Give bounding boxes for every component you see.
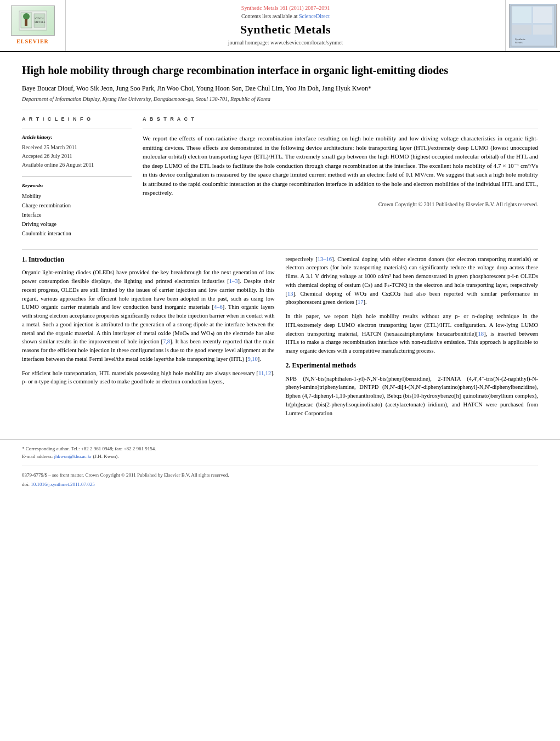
svg-rect-9 <box>512 7 531 23</box>
divider-abstract <box>143 128 538 128</box>
svg-rect-11 <box>512 25 531 35</box>
journal-header-center: Synthetic Metals 161 (2011) 2087–2091 Co… <box>66 0 505 51</box>
doi-label: doi: <box>22 482 30 487</box>
section1-paragraph1: Organic light-emitting diodes (OLEDs) ha… <box>22 268 275 363</box>
section1-paragraph4: In this paper, we report high hole mobil… <box>286 312 539 355</box>
divider-info <box>22 128 132 128</box>
keyword-5: Coulombic interaction <box>22 229 132 238</box>
section2-heading: 2. Experimental methods <box>286 361 539 370</box>
contents-text: Contents lists available at <box>241 13 297 19</box>
online-date: Available online 26 August 2011 <box>22 161 132 169</box>
elsevier-tree-svg: SYNTH METALS <box>16 8 49 33</box>
article-info-right: A B S T R A C T We report the effects of… <box>143 116 538 238</box>
contents-line: Contents lists available at ScienceDirec… <box>241 13 330 20</box>
keywords-section: Keywords: Mobility Charge recombination … <box>22 176 132 238</box>
journal-citation: Synthetic Metals 161 (2011) 2087–2091 <box>241 4 330 12</box>
doi-link[interactable]: 10.1016/j.synthmet.2011.07.025 <box>31 482 94 487</box>
footnote-name: (J.H. Kwon). <box>93 454 119 459</box>
footnote-star: * Corresponding author. Tel.: +82 2 961 … <box>22 445 538 453</box>
elsevier-logo: SYNTH METALS ELSEVIER <box>11 5 55 46</box>
journal-header: SYNTH METALS ELSEVIER Synthetic Metals 1… <box>0 0 560 52</box>
section1-title: 1. Introduction <box>22 256 64 263</box>
footnote-email-label: E-mail address: <box>22 454 53 459</box>
article-title: High hole mobility through charge recomb… <box>22 63 538 77</box>
main-columns: 1. Introduction Organic light-emitting d… <box>22 255 538 423</box>
footnote-star-text: * Corresponding author. Tel.: +82 2 961 … <box>22 446 156 451</box>
svg-text:METALS: METALS <box>35 21 46 24</box>
svg-rect-3 <box>25 19 27 26</box>
article-info-section: A R T I C L E I N F O Article history: R… <box>22 116 538 238</box>
divider-2 <box>22 249 538 250</box>
footnote-email-line: E-mail address: jhkwon@khu.ac.kr (J.H. K… <box>22 453 538 461</box>
article-authors: Baye Boucar Diouf, Woo Sik Jeon, Jung So… <box>22 84 538 93</box>
journal-homepage: journal homepage: www.elsevier.com/locat… <box>228 39 343 47</box>
abstract-copyright: Crown Copyright © 2011 Published by Else… <box>143 201 538 208</box>
journal-cover-svg: Synthetic Metals <box>510 4 556 48</box>
footnote-email-link[interactable]: jhkwon@khu.ac.kr <box>54 454 92 459</box>
svg-rect-10 <box>533 7 552 23</box>
section1-paragraph3: respectively [13–16]. Chemical doping wi… <box>286 255 539 307</box>
keyword-3: Interface <box>22 210 132 219</box>
footer-section: * Corresponding author. Tel.: +82 2 961 … <box>0 439 560 493</box>
section1-heading: 1. Introduction <box>22 255 275 264</box>
doi-line: doi: 10.1016/j.synthmet.2011.07.025 <box>22 481 538 488</box>
homepage-label: journal homepage: www.elsevier.com/locat… <box>228 39 343 46</box>
svg-rect-12 <box>533 25 552 35</box>
main-col-right: respectively [13–16]. Chemical doping wi… <box>286 255 539 423</box>
elsevier-logo-section: SYNTH METALS ELSEVIER <box>0 0 66 51</box>
journal-title: Synthetic Metals <box>240 21 331 38</box>
section1-paragraph2: For efficient hole transportation, HTL m… <box>22 369 275 387</box>
history-title: Article history: <box>22 134 132 141</box>
footer-issn: 0379-6779/$ – see front matter. Crown Co… <box>22 472 538 479</box>
journal-header-right: Synthetic Metals <box>505 0 560 51</box>
svg-text:SYNTH: SYNTH <box>35 17 44 20</box>
keyword-2: Charge recombination <box>22 201 132 210</box>
received-date: Received 25 March 2011 <box>22 143 132 152</box>
main-col-left: 1. Introduction Organic light-emitting d… <box>22 255 275 423</box>
accepted-date: Accepted 26 July 2011 <box>22 152 132 161</box>
article-info-title: A R T I C L E I N F O <box>22 116 132 123</box>
article-info-left: A R T I C L E I N F O Article history: R… <box>22 116 132 238</box>
elsevier-label: ELSEVIER <box>16 38 49 46</box>
section2-paragraph1: NPB (N,N′-bis(naphthalen-1-yl)-N,N′-bis(… <box>286 375 539 418</box>
abstract-title: A B S T R A C T <box>143 116 538 123</box>
divider-keywords <box>22 176 132 177</box>
section2-title: 2. Experimental methods <box>286 361 356 369</box>
keyword-4: Driving voltage <box>22 219 132 229</box>
svg-text:Synthetic: Synthetic <box>515 38 526 41</box>
journal-thumbnail: Synthetic Metals <box>509 4 557 48</box>
footer-divider <box>22 466 538 466</box>
divider-1 <box>22 110 538 110</box>
article-body: High hole mobility through charge recomb… <box>0 52 560 434</box>
keywords-title: Keywords: <box>22 182 132 189</box>
elsevier-logo-image: SYNTH METALS <box>11 5 55 36</box>
sciencedirect-link[interactable]: ScienceDirect <box>299 13 330 19</box>
article-affiliation: Department of Information Display, Kyung… <box>22 95 538 103</box>
abstract-text: We report the effects of non-radiative c… <box>143 134 538 197</box>
page: SYNTH METALS ELSEVIER Synthetic Metals 1… <box>0 0 560 741</box>
keyword-1: Mobility <box>22 191 132 201</box>
svg-point-2 <box>23 13 30 20</box>
svg-text:Metals: Metals <box>515 41 523 44</box>
